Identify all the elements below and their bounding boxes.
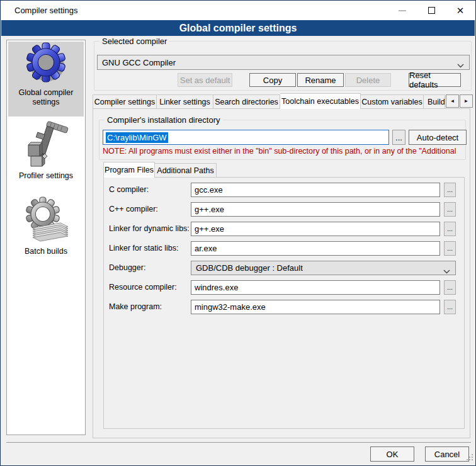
sidebar-item-label: Global compiler settings	[8, 86, 84, 107]
tab-toolchain-executables[interactable]: Toolchain executables	[280, 93, 361, 109]
installation-directory-group-label: Compiler's installation directory	[105, 115, 223, 125]
linker-static-input[interactable]	[191, 241, 440, 256]
tab-additional-paths[interactable]: Additional Paths	[155, 163, 217, 178]
linker-dynamic-input[interactable]	[191, 222, 440, 236]
resource-compiler-label: Resource compiler:	[109, 283, 190, 292]
settings-category-list: Global compiler settings	[6, 40, 86, 435]
cpp-compiler-browse-button[interactable]: ...	[444, 202, 456, 217]
caliper-icon	[8, 121, 84, 169]
page-title: Global compiler settings	[1, 20, 475, 36]
cpp-compiler-input[interactable]	[191, 202, 440, 217]
minimize-button[interactable]	[388, 1, 417, 20]
ok-button[interactable]: OK	[370, 446, 414, 462]
resource-compiler-input[interactable]	[191, 280, 440, 295]
browse-directory-button[interactable]: ...	[392, 130, 405, 145]
c-compiler-input[interactable]	[191, 183, 440, 197]
c-compiler-label: C compiler:	[109, 185, 190, 194]
tab-search-directories[interactable]: Search directories	[213, 94, 280, 109]
arrow-left-icon: ◄	[450, 98, 455, 104]
program-files-tabstrip: Program Files Additional Paths	[103, 163, 217, 178]
tab-program-files[interactable]: Program Files	[103, 162, 155, 178]
resource-compiler-browse-button[interactable]: ...	[444, 280, 456, 295]
debugger-select-value: GDB/CDB debugger : Default	[196, 263, 303, 273]
make-program-browse-button[interactable]: ...	[444, 300, 456, 314]
sidebar-item-label: Profiler settings	[8, 169, 84, 181]
compiler-settings-dialog: Compiler settings ✕ Global compiler sett…	[0, 0, 476, 466]
debugger-select[interactable]: GDB/CDB debugger : Default	[191, 261, 456, 275]
footer-divider	[6, 442, 471, 443]
installation-directory-input[interactable]: C:\raylib\MinGW	[103, 130, 389, 145]
minimize-icon	[399, 10, 406, 11]
compiler-select-value: GNU GCC Compiler	[102, 58, 176, 67]
arrow-right-icon: ►	[464, 98, 469, 104]
tab-linker-settings[interactable]: Linker settings	[157, 94, 213, 109]
sidebar-item-batch-builds[interactable]: Batch builds	[8, 195, 84, 266]
c-compiler-browse-button[interactable]: ...	[444, 183, 456, 197]
tab-build-options[interactable]: Build options	[424, 94, 445, 109]
close-button[interactable]: ✕	[446, 1, 475, 20]
bin-subdirectory-note: NOTE: All programs must exist either in …	[103, 147, 463, 157]
linker-static-label: Linker for static libs:	[109, 244, 190, 253]
blue-gear-icon	[8, 42, 84, 86]
close-icon: ✕	[456, 6, 465, 15]
sidebar-item-label: Batch builds	[8, 244, 84, 256]
reset-defaults-button[interactable]: Reset defaults	[409, 73, 461, 87]
sidebar-item-global-compiler-settings[interactable]: Global compiler settings	[8, 42, 84, 116]
compiler-select[interactable]: GNU GCC Compiler	[97, 55, 470, 70]
linker-dynamic-label: Linker for dynamic libs:	[109, 224, 190, 233]
tab-custom-variables[interactable]: Custom variables	[361, 94, 424, 109]
delete-button[interactable]: Delete	[345, 73, 391, 87]
sidebar-item-profiler-settings[interactable]: Profiler settings	[8, 121, 84, 188]
maximize-button[interactable]	[417, 1, 446, 20]
settings-tabstrip: Compiler settings Linker settings Search…	[93, 94, 445, 109]
installation-directory-value: C:\raylib\MinGW	[106, 132, 168, 143]
cpp-compiler-label: C++ compiler:	[109, 205, 190, 213]
linker-static-browse-button[interactable]: ...	[444, 241, 456, 256]
titlebar[interactable]: Compiler settings ✕	[1, 1, 475, 20]
tab-scroll-right-button[interactable]: ►	[460, 94, 473, 108]
tab-scroll-left-button[interactable]: ◄	[446, 94, 459, 108]
copy-button[interactable]: Copy	[249, 73, 296, 87]
chevron-down-icon	[443, 266, 450, 276]
selected-compiler-group-label: Selected compiler	[99, 37, 169, 46]
window-title: Compiler settings	[14, 6, 77, 15]
resize-grip[interactable]	[466, 454, 473, 463]
maximize-icon	[428, 7, 435, 14]
set-as-default-button[interactable]: Set as default	[178, 73, 232, 87]
gray-gear-stack-icon	[8, 195, 84, 244]
auto-detect-button[interactable]: Auto-detect	[409, 130, 467, 145]
rename-button[interactable]: Rename	[297, 73, 344, 87]
debugger-label: Debugger:	[109, 263, 190, 272]
linker-dynamic-browse-button[interactable]: ...	[444, 222, 456, 236]
chevron-down-icon	[457, 60, 464, 70]
tab-compiler-settings[interactable]: Compiler settings	[93, 94, 157, 109]
make-program-input[interactable]	[191, 300, 440, 314]
cancel-button[interactable]: Cancel	[425, 446, 469, 462]
make-program-label: Make program:	[109, 302, 190, 311]
